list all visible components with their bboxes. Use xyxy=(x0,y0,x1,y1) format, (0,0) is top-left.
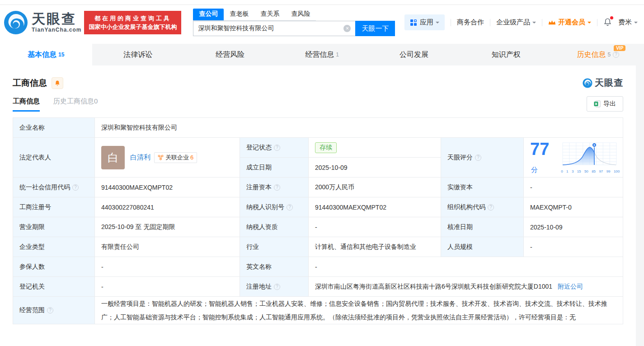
english-name-value: - xyxy=(309,257,623,277)
nav-enterprise-products[interactable]: 企业级产品 xyxy=(496,18,536,27)
help-icon[interactable] xyxy=(287,204,293,210)
help-icon[interactable] xyxy=(274,145,280,151)
field-label: 实缴资本 xyxy=(441,178,524,197)
grid-icon xyxy=(410,19,417,26)
field-label: 组织机构代码 xyxy=(441,197,524,217)
logo-name: 天眼查 xyxy=(32,12,81,26)
profile-tab-0[interactable]: 基本信息15 xyxy=(0,44,92,65)
status-badge: 存续 xyxy=(315,142,337,153)
vip-badge: VIP xyxy=(614,45,625,51)
tianyan-score[interactable]: 77分 xyxy=(530,140,616,175)
staff-size-value: - xyxy=(524,237,623,257)
score-axis-ticks: 0131550859799100 xyxy=(561,169,620,173)
registered-capital-value: 2000万人民币 xyxy=(309,178,441,197)
help-icon[interactable] xyxy=(72,184,79,191)
related-count: 6 xyxy=(190,154,193,161)
search-tab-3[interactable]: 查风险 xyxy=(285,9,316,20)
tab-label: 历史信息 xyxy=(577,50,606,60)
help-icon[interactable] xyxy=(488,204,494,210)
subscribe-bell-button[interactable] xyxy=(52,77,63,89)
search-tab-1[interactable]: 查老板 xyxy=(224,9,254,20)
help-icon[interactable] xyxy=(274,184,280,191)
related-companies-badge[interactable]: 关联企业 6 xyxy=(154,152,197,163)
registration-subtab-0[interactable]: 工商信息 xyxy=(13,97,40,112)
search-tab-0[interactable]: 查公司 xyxy=(193,9,224,20)
field-label: 企业类型 xyxy=(13,237,95,257)
business-info-table: 企业名称 深圳和聚智控科技有限公司 法定代表人 白 白清利 关联 xyxy=(13,117,623,324)
slogan-line2: 国家中小企业发展子基金旗下机构 xyxy=(89,23,177,31)
org-code-value: MAEXQMPT-0 xyxy=(524,197,623,217)
tab-label: 经营风险 xyxy=(216,50,244,60)
legal-rep-avatar[interactable]: 白 xyxy=(101,146,125,169)
table-row: 统一社会信用代码 91440300MAEXQMPT02 注册资本 2000万人民… xyxy=(13,178,623,197)
registration-subtab-1[interactable]: 历史工商信息0 xyxy=(53,97,98,112)
profile-tab-1[interactable]: 法律诉讼 xyxy=(92,44,184,65)
taxpayer-qualification-value: - xyxy=(309,217,441,237)
username: 费米 xyxy=(618,18,632,27)
search-box: 查公司查老板查关系查风险 天眼一下 xyxy=(193,9,395,36)
tianyancha-logo[interactable]: 天眼查 TianYanCha.com xyxy=(4,10,81,35)
chevron-down-icon xyxy=(436,22,439,25)
table-row: 工商注册号 440300227080241 纳税人识别号 91440300MAE… xyxy=(13,197,623,217)
score-value: 77 xyxy=(530,140,549,159)
business-scope-value: 一般经营项目是：智能机器人的研发；智能机器人销售；工业机器人安装、维修；信息安全… xyxy=(95,297,623,324)
field-label: 统一社会信用代码 xyxy=(13,178,95,197)
right-gutter xyxy=(636,65,644,346)
registration-subtabs: 工商信息历史工商信息0 xyxy=(13,97,111,112)
apps-menu-button[interactable]: 应用 xyxy=(404,14,445,30)
tianyancha-logo-icon xyxy=(4,10,28,35)
search-input[interactable] xyxy=(193,21,355,36)
main-content: 工商信息 天眼查 工商信息历史工商信息0 xyxy=(0,77,636,324)
registered-address-value: 深圳市南山区粤海街道高新区社区科技南十路6号深圳航天科技创新研究院大厦D1001 xyxy=(315,283,552,290)
profile-tab-6[interactable]: 历史信息5VIP xyxy=(552,44,644,65)
field-label: 法定代表人 xyxy=(13,138,95,178)
section-title: 工商信息 xyxy=(13,77,47,89)
help-icon[interactable] xyxy=(475,154,481,161)
axis-tick: 15 xyxy=(577,169,581,173)
company-name-value: 深圳和聚智控科技有限公司 xyxy=(95,118,623,138)
help-icon[interactable] xyxy=(274,284,280,290)
field-label: 注册地址 xyxy=(240,277,309,297)
credit-code-value: 91440300MAEXQMPT02 xyxy=(95,178,240,197)
industry-value: 计算机、通信和其他电子设备制造业 xyxy=(309,237,441,257)
axis-tick: 99 xyxy=(606,169,611,173)
profile-tab-4[interactable]: 公司发展 xyxy=(368,44,460,65)
table-row: 法定代表人 白 白清利 关联企业 6 xyxy=(13,138,623,158)
tab-count: 1 xyxy=(336,51,339,58)
field-label: 参保人数 xyxy=(13,257,95,277)
nearby-companies-link[interactable]: 附近公司 xyxy=(558,283,583,290)
export-button[interactable]: 导出 xyxy=(587,96,623,112)
profile-tab-5[interactable]: 知识产权 xyxy=(460,44,552,65)
chevron-down-icon xyxy=(588,22,591,25)
notifications-bell-button[interactable] xyxy=(603,18,612,28)
field-label: 核准日期 xyxy=(441,217,524,237)
profile-tab-2[interactable]: 经营风险 xyxy=(184,44,276,65)
field-label: 纳税人识别号 xyxy=(240,197,309,217)
open-membership-button[interactable]: 开通会员 xyxy=(548,18,591,27)
axis-tick: 3 xyxy=(572,169,573,173)
help-icon[interactable] xyxy=(47,307,53,313)
search-tab-2[interactable]: 查关系 xyxy=(254,9,285,20)
profile-tab-3[interactable]: 经营信息1 xyxy=(276,44,368,65)
tab-label: 公司发展 xyxy=(400,50,428,60)
company-profile-tabbar: 基本信息15法律诉讼经营风险经营信息1公司发展知识产权历史信息5VIP xyxy=(0,44,644,65)
field-label: 登记状态 xyxy=(240,138,309,158)
tab-label: 知识产权 xyxy=(492,50,521,60)
search-type-tabs: 查公司查老板查关系查风险 xyxy=(193,9,316,21)
tab-count: 15 xyxy=(58,51,64,58)
nav-cooperation[interactable]: 商务合作 xyxy=(457,18,484,27)
establish-date-value: 2025-10-09 xyxy=(309,158,441,178)
brand-slogan-banner: 都在用的商业查询工具 国家中小企业发展子基金旗下机构 xyxy=(84,11,181,34)
legal-rep-link[interactable]: 白清利 xyxy=(130,153,150,162)
insured-count-value: - xyxy=(95,257,240,277)
help-icon[interactable] xyxy=(613,51,619,58)
crown-icon xyxy=(548,19,556,26)
business-term-value: 2025-10-09 至 无固定期限 xyxy=(95,217,240,237)
score-curve-chart: 0131550859799100 xyxy=(561,142,620,173)
field-label: 注册资本 xyxy=(240,178,309,197)
field-label: 人员规模 xyxy=(441,237,524,257)
taxpayer-id-value: 91440300MAEXQMPT02 xyxy=(309,197,441,217)
user-menu[interactable]: 费米 xyxy=(618,18,638,27)
search-button[interactable]: 天眼一下 xyxy=(355,21,395,36)
approval-date-value: 2025-10-09 xyxy=(524,217,623,237)
